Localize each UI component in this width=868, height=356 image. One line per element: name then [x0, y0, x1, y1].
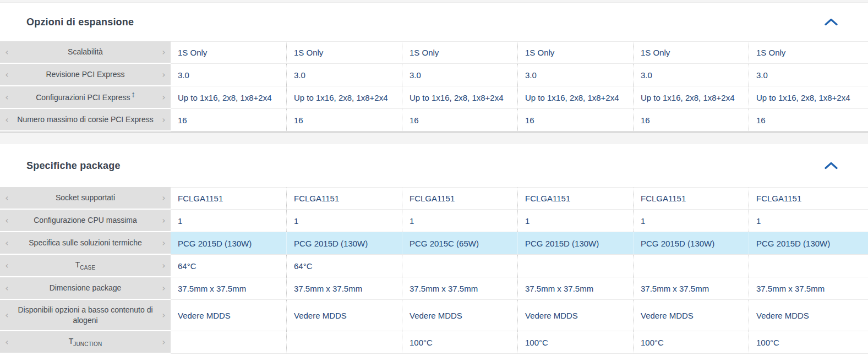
spec-label-cell: ‹ Socket supportati ›	[0, 187, 171, 209]
spec-value-cell: FCLGA1151	[517, 188, 633, 209]
spec-values: 1S Only1S Only1S Only1S Only1S Only1S On…	[171, 41, 868, 64]
chevron-left-icon[interactable]: ‹	[3, 284, 10, 293]
spec-values: 100°C100°C100°C100°C	[171, 331, 868, 354]
spec-value-cell: 1S Only	[517, 42, 633, 63]
spec-value-cell: Vedere MDDS	[633, 300, 749, 331]
row-label-main: Socket supportati	[56, 193, 115, 202]
spec-value-cell: 100°C	[402, 331, 517, 353]
spec-value-cell: PCG 2015D (130W)	[749, 232, 868, 254]
spec-value-cell: 3.0	[402, 64, 517, 86]
spec-row: ‹ Dimensione package › 37.5mm x 37.5mm37…	[0, 277, 868, 300]
chevron-left-icon[interactable]: ‹	[3, 311, 10, 320]
spec-value-cell: 1S Only	[633, 42, 749, 63]
spec-label-cell: ‹ Revisione PCI Express ›	[0, 64, 171, 85]
spec-value-cell: 37.5mm x 37.5mm	[749, 277, 868, 299]
collapse-section-button[interactable]	[822, 160, 840, 172]
spec-label: Socket supportati	[10, 191, 160, 205]
spec-value-cell: 1S Only	[402, 42, 517, 63]
spec-value-cell: FCLGA1151	[749, 188, 868, 209]
spec-value-cell: Up to 1x16, 2x8, 1x8+2x4	[517, 86, 633, 108]
spec-label: Disponibili opzioni a basso contenuto di…	[10, 303, 160, 327]
spec-value-cell: FCLGA1151	[402, 188, 517, 209]
section-expansion-options: Opzioni di espansione ‹ Scalabilità › 1S…	[0, 3, 868, 132]
spec-value-cell: Up to 1x16, 2x8, 1x8+2x4	[286, 86, 402, 108]
chevron-left-icon[interactable]: ‹	[3, 216, 10, 225]
chevron-left-icon[interactable]: ‹	[3, 116, 10, 124]
spec-value-cell: 64°C	[171, 255, 286, 277]
spec-label: Numero massimo di corsie PCI Express	[10, 113, 160, 127]
row-label-superscript: ‡	[130, 92, 134, 98]
spec-value-cell: 1	[633, 210, 749, 232]
spec-value-cell: 1	[286, 210, 402, 232]
spec-value-cell	[286, 331, 402, 353]
spec-label: Specifica sulle soluzioni termiche	[10, 236, 160, 250]
spec-row: ‹ Numero massimo di corsie PCI Express ›…	[0, 109, 868, 132]
chevron-left-icon[interactable]: ‹	[3, 194, 10, 202]
spec-row: ‹ Disponibili opzioni a basso contenuto …	[0, 300, 868, 331]
spec-label: Revisione PCI Express	[10, 68, 160, 81]
spec-value-cell	[749, 255, 868, 277]
chevron-right-icon[interactable]: ›	[160, 70, 167, 79]
spec-value-cell: 3.0	[171, 64, 286, 86]
chevron-left-icon[interactable]: ‹	[3, 70, 10, 79]
spec-label-cell: ‹ Scalabilità ›	[0, 41, 171, 63]
spec-value-cell: 16	[517, 109, 633, 131]
spec-values: FCLGA1151FCLGA1151FCLGA1151FCLGA1151FCLG…	[171, 187, 868, 210]
spec-value-cell: 16	[633, 109, 749, 131]
chevron-right-icon[interactable]: ›	[160, 93, 167, 102]
spec-value-cell: PCG 2015D (130W)	[171, 232, 286, 254]
spec-values: 111111	[171, 210, 868, 232]
row-label-main: Disponibili opzioni a basso contenuto di…	[18, 305, 152, 325]
chevron-right-icon[interactable]: ›	[160, 261, 167, 270]
chevron-right-icon[interactable]: ›	[160, 48, 167, 57]
row-label-main: T	[69, 337, 74, 346]
section-title: Specifiche package	[26, 160, 121, 172]
section-header: Specifiche package	[0, 144, 868, 187]
spec-value-cell: 1S Only	[171, 42, 286, 63]
spec-value-cell: Up to 1x16, 2x8, 1x8+2x4	[171, 86, 286, 108]
row-label-main: Configurazione CPU massima	[34, 216, 137, 224]
spec-value-cell: 1S Only	[286, 42, 402, 63]
collapse-section-button[interactable]	[822, 17, 840, 28]
spec-values: 161616161616	[171, 109, 868, 132]
spec-value-cell: 16	[286, 109, 402, 131]
spec-value-cell: 3.0	[749, 64, 868, 86]
spec-value-cell: PCG 2015D (130W)	[633, 232, 749, 254]
spec-value-cell: Vedere MDDS	[171, 300, 286, 331]
spec-label: Dimensione package	[10, 281, 160, 295]
spec-value-cell: 1	[402, 210, 517, 232]
spec-values: 37.5mm x 37.5mm37.5mm x 37.5mm37.5mm x 3…	[171, 277, 868, 300]
spec-row: ‹ Configurazioni PCI Express ‡ › Up to 1…	[0, 86, 868, 109]
spec-value-cell: FCLGA1151	[286, 188, 402, 209]
row-label-main: Revisione PCI Express	[46, 70, 124, 79]
chevron-right-icon[interactable]: ›	[160, 239, 167, 248]
chevron-left-icon[interactable]: ‹	[3, 93, 10, 102]
spec-value-cell	[171, 331, 286, 353]
spec-label: TCASE	[10, 258, 160, 273]
chevron-left-icon[interactable]: ‹	[3, 48, 10, 57]
spec-value-cell: 100°C	[633, 331, 749, 353]
chevron-right-icon[interactable]: ›	[160, 338, 167, 347]
chevron-right-icon[interactable]: ›	[160, 116, 167, 124]
spec-value-cell: PCG 2015C (65W)	[402, 232, 517, 254]
chevron-left-icon[interactable]: ‹	[3, 239, 10, 248]
spec-label-cell: ‹ TJUNCTION ›	[0, 331, 171, 353]
chevron-left-icon[interactable]: ‹	[3, 261, 10, 270]
spec-value-cell: 16	[402, 109, 517, 131]
row-label-main: Numero massimo di corsie PCI Express	[17, 115, 153, 124]
spec-values: Up to 1x16, 2x8, 1x8+2x4Up to 1x16, 2x8,…	[171, 86, 868, 109]
chevron-right-icon[interactable]: ›	[160, 194, 167, 202]
spec-value-cell: 1	[171, 210, 286, 232]
spec-label: TJUNCTION	[10, 335, 160, 349]
spec-value-cell: 37.5mm x 37.5mm	[171, 277, 286, 299]
chevron-right-icon[interactable]: ›	[160, 311, 167, 320]
section-title: Opzioni di espansione	[26, 17, 134, 28]
spec-value-cell: 3.0	[286, 64, 402, 86]
spec-values: 64°C64°C	[171, 255, 868, 277]
spec-value-cell: 64°C	[286, 255, 402, 277]
spec-row: ‹ Scalabilità › 1S Only1S Only1S Only1S …	[0, 41, 868, 64]
spec-label: Scalabilità	[10, 45, 160, 59]
chevron-right-icon[interactable]: ›	[160, 284, 167, 293]
chevron-right-icon[interactable]: ›	[160, 216, 167, 225]
chevron-left-icon[interactable]: ‹	[3, 338, 10, 347]
